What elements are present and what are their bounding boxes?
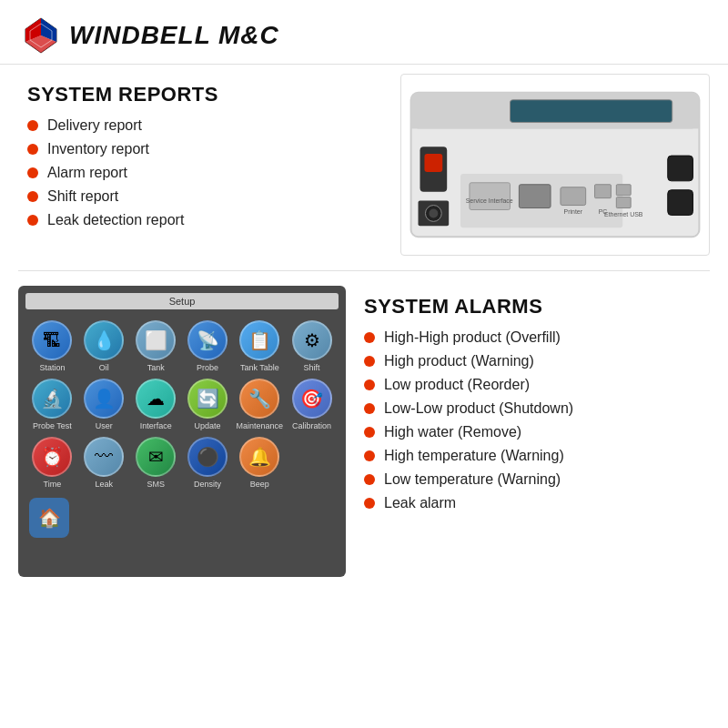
- home-row: 🏠: [25, 492, 339, 540]
- header: WINDBELL M&C: [0, 0, 728, 65]
- setup-icon-probe-test[interactable]: 🔬 Probe Test: [29, 379, 76, 431]
- svg-rect-20: [595, 185, 612, 198]
- beep-icon: 🔔: [239, 437, 279, 477]
- probe-icon: 📡: [187, 320, 228, 360]
- bullet-dot: [364, 427, 375, 438]
- svg-text:Ethernet USB: Ethernet USB: [604, 211, 643, 217]
- svg-rect-10: [424, 154, 442, 172]
- setup-icon-tank-table[interactable]: 📋 Tank Table: [237, 320, 284, 373]
- bullet-dot: [27, 144, 38, 155]
- update-icon: 🔄: [187, 379, 228, 419]
- tank-table-icon: 📋: [239, 320, 279, 360]
- bullet-dot: [364, 356, 375, 367]
- svg-rect-17: [519, 185, 551, 208]
- top-section: SYSTEM REPORTS Delivery report Inventory…: [0, 65, 728, 265]
- bullet-dot: [27, 120, 38, 131]
- setup-icon-probe[interactable]: 📡 Probe: [185, 320, 231, 373]
- bullet-dot: [364, 474, 375, 485]
- svg-point-13: [429, 209, 438, 218]
- list-item: Leak detection report: [27, 212, 382, 228]
- device-image: Service Interface Printer PC Ethernet US…: [400, 74, 710, 256]
- user-icon: 👤: [84, 379, 124, 419]
- svg-rect-18: [561, 187, 586, 206]
- list-item: Low product (Reorder): [364, 377, 701, 393]
- setup-icon-shift[interactable]: ⚙ Shift: [288, 320, 335, 373]
- list-item: High-High product (Overfill): [364, 329, 701, 346]
- oil-icon: 💧: [84, 320, 124, 360]
- shift-icon: ⚙: [292, 320, 332, 360]
- svg-rect-23: [616, 197, 631, 208]
- setup-icon-sms[interactable]: ✉ SMS: [133, 437, 179, 490]
- setup-icon-leak[interactable]: 〰 Leak: [81, 437, 127, 490]
- bullet-dot: [364, 450, 375, 461]
- setup-icon-oil[interactable]: 💧 Oil: [81, 320, 127, 373]
- setup-icon-station[interactable]: 🏗 Station: [29, 320, 76, 373]
- list-item: Low-Low product (Shutdown): [364, 400, 701, 417]
- bullet-dot: [364, 379, 375, 390]
- setup-icons-grid: 🏗 Station 💧 Oil ⬜ Tank 📡 Probe 📋 Tank Ta…: [25, 317, 339, 492]
- setup-icon-user[interactable]: 👤 User: [81, 379, 127, 431]
- bullet-dot: [364, 403, 375, 414]
- svg-rect-8: [511, 100, 672, 123]
- logo-icon: [22, 16, 60, 55]
- setup-icon-maintenance[interactable]: 🔧 Maintenance: [237, 379, 284, 431]
- bottom-section: Setup 🏗 Station 💧 Oil ⬜ Tank 📡 Probe 📋 T: [0, 277, 728, 586]
- alarms-section: SYSTEM ALARMS High-High product (Overfil…: [355, 286, 710, 528]
- tank-icon: ⬜: [136, 320, 176, 360]
- setup-screen: Setup 🏗 Station 💧 Oil ⬜ Tank 📡 Probe 📋 T: [18, 286, 346, 577]
- logo: WINDBELL M&C: [22, 16, 279, 55]
- alarms-list: High-High product (Overfill) High produc…: [364, 329, 701, 511]
- list-item: Inventory report: [27, 141, 382, 157]
- bullet-dot: [364, 498, 375, 509]
- svg-rect-22: [616, 185, 631, 196]
- list-item: High water (Remove): [364, 424, 701, 440]
- station-icon: 🏗: [32, 320, 72, 360]
- probe-test-icon: 🔬: [32, 379, 72, 419]
- list-item: Delivery report: [27, 117, 382, 134]
- sms-icon: ✉: [136, 437, 176, 477]
- reports-section: SYSTEM REPORTS Delivery report Inventory…: [18, 74, 391, 245]
- svg-text:Service Interface: Service Interface: [466, 197, 513, 204]
- list-item: High product (Warning): [364, 353, 701, 369]
- calibration-icon: 🎯: [292, 379, 332, 419]
- time-icon: ⏰: [32, 437, 72, 477]
- setup-icon-tank[interactable]: ⬜ Tank: [133, 320, 179, 373]
- setup-header: Setup: [25, 293, 339, 309]
- bullet-dot: [27, 167, 38, 178]
- home-button[interactable]: 🏠: [29, 498, 69, 538]
- svg-text:Printer: Printer: [564, 208, 583, 215]
- bullet-dot: [364, 332, 375, 343]
- svg-rect-25: [668, 156, 693, 181]
- list-item: Shift report: [27, 188, 382, 205]
- logo-text: WINDBELL M&C: [69, 21, 279, 50]
- alarms-title: SYSTEM ALARMS: [364, 295, 701, 318]
- setup-icon-time[interactable]: ⏰ Time: [29, 437, 76, 490]
- reports-list: Delivery report Inventory report Alarm r…: [27, 117, 382, 228]
- list-item: Leak alarm: [364, 495, 701, 511]
- bullet-dot: [27, 191, 38, 202]
- svg-rect-26: [668, 190, 693, 216]
- setup-icon-beep[interactable]: 🔔 Beep: [237, 437, 284, 490]
- reports-title: SYSTEM REPORTS: [27, 83, 382, 106]
- setup-icon-update[interactable]: 🔄 Update: [185, 379, 231, 431]
- list-item: Alarm report: [27, 165, 382, 181]
- interface-icon: ☁: [136, 379, 176, 419]
- divider: [18, 270, 710, 271]
- density-icon: ⚫: [187, 437, 228, 477]
- maintenance-icon: 🔧: [239, 379, 279, 419]
- setup-icon-interface[interactable]: ☁ Interface: [133, 379, 179, 431]
- setup-icon-density[interactable]: ⚫ Density: [185, 437, 231, 490]
- bullet-dot: [27, 215, 38, 226]
- list-item: High temperature (Warning): [364, 448, 701, 464]
- setup-icon-calibration[interactable]: 🎯 Calibration: [288, 379, 335, 431]
- leak-icon: 〰: [84, 437, 124, 477]
- list-item: Low temperature (Warning): [364, 471, 701, 488]
